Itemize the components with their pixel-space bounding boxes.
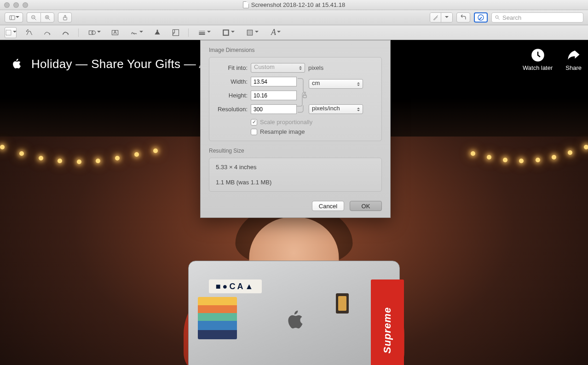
lock-icon[interactable]: [302, 92, 307, 98]
resample-image-checkbox[interactable]: [251, 129, 257, 135]
sign-tool[interactable]: [127, 27, 145, 38]
adjust-color-tool[interactable]: [151, 27, 163, 38]
apple-logo-icon: [10, 57, 22, 72]
supreme-vertical-sticker: Supreme: [371, 279, 404, 365]
watch-later-button[interactable]: Watch later: [523, 48, 553, 71]
svg-point-13: [496, 16, 498, 18]
sketch-tool[interactable]: [41, 27, 53, 38]
share-button[interactable]: [58, 12, 72, 23]
markup-toolbar: A A: [0, 25, 588, 40]
scale-proportionally-checkbox[interactable]: [251, 119, 257, 125]
adjust-size-dialog: Image Dimensions Fit into: Custom pixels…: [200, 40, 391, 218]
height-label: Height:: [209, 92, 251, 99]
image-dimensions-label: Image Dimensions: [209, 47, 382, 53]
preview-window: Screenshot 2018-12-10 at 15.41.18 Search…: [0, 0, 588, 365]
height-input[interactable]: [251, 91, 297, 100]
svg-point-19: [92, 30, 95, 34]
text-style-tool[interactable]: A: [267, 27, 284, 38]
fit-into-unit: pixels: [308, 64, 323, 71]
shapes-tool[interactable]: [85, 27, 103, 38]
zoom-in-button[interactable]: [40, 12, 54, 23]
laptop-apple-logo-icon: [283, 306, 305, 333]
width-label: Width:: [209, 78, 251, 85]
svg-text:A: A: [113, 29, 117, 35]
result-file-size: 1.1 MB (was 1.1 MB): [216, 179, 375, 186]
line-style-tool[interactable]: [195, 27, 213, 38]
window-title: Screenshot 2018-12-10 at 15.41.18: [251, 1, 346, 8]
moca-sticker: ■●CA▲: [209, 279, 262, 293]
window-controls: [4, 2, 28, 8]
search-placeholder: Search: [502, 14, 521, 21]
result-dimensions: 5.33 × 4 inches: [216, 164, 375, 171]
markup-toggle-button[interactable]: [474, 12, 488, 23]
resulting-size-label: Resulting Size: [209, 148, 382, 154]
ok-button[interactable]: OK: [350, 201, 382, 211]
video-share-button[interactable]: Share: [565, 48, 582, 71]
main-toolbar: Search: [0, 10, 588, 25]
svg-rect-32: [303, 95, 306, 98]
scale-proportionally-label: Scale proportionally: [260, 119, 312, 125]
resolution-label: Resolution:: [209, 106, 251, 113]
close-window-button[interactable]: [4, 2, 10, 8]
selection-tool[interactable]: [5, 27, 17, 38]
rainbow-sticker: [198, 297, 237, 339]
border-color-tool[interactable]: [219, 27, 236, 38]
document-icon: [243, 1, 249, 8]
search-field[interactable]: Search: [491, 12, 583, 23]
video-subject: ■●CA▲ Supreme Supreme: [184, 215, 404, 365]
fit-into-label: Fit into:: [209, 64, 251, 71]
svg-rect-29: [223, 30, 228, 35]
draw-tool[interactable]: [60, 27, 72, 38]
fit-into-select[interactable]: Custom: [251, 63, 305, 73]
fill-color-tool[interactable]: [243, 27, 260, 38]
canvas: Holiday — Share Your Gifts — Apple Watch…: [0, 40, 588, 365]
video-overlay-title: Holiday — Share Your Gifts — Apple: [10, 57, 230, 72]
svg-rect-30: [247, 30, 252, 35]
share-arrow-icon: [567, 48, 581, 62]
text-tool[interactable]: A: [109, 27, 121, 38]
clock-icon: [531, 48, 545, 62]
rotate-button[interactable]: [456, 12, 470, 23]
titlebar: Screenshot 2018-12-10 at 15.41.18: [0, 0, 588, 10]
svg-rect-15: [6, 30, 11, 35]
adjust-size-tool[interactable]: [170, 27, 182, 38]
zoom-out-button[interactable]: [27, 12, 40, 23]
svg-point-16: [28, 29, 29, 30]
video-actions: Watch later Share: [523, 48, 582, 71]
cancel-button[interactable]: Cancel: [312, 201, 344, 211]
svg-rect-0: [9, 16, 14, 20]
resolution-unit-select[interactable]: pixels/inch: [309, 104, 363, 114]
svg-line-6: [48, 18, 50, 20]
resolution-input[interactable]: [251, 104, 297, 114]
lantern-sticker: [336, 293, 349, 314]
sidebar-view-button[interactable]: [5, 12, 23, 23]
svg-line-11: [437, 15, 438, 16]
svg-line-14: [498, 18, 500, 20]
width-input[interactable]: [251, 77, 297, 86]
resample-image-label: Resample image: [260, 128, 305, 135]
svg-point-23: [156, 29, 158, 31]
search-icon: [495, 15, 500, 20]
instant-alpha-tool[interactable]: [23, 27, 35, 38]
edit-mode-toggle[interactable]: [430, 12, 453, 23]
svg-point-17: [26, 30, 27, 31]
minimize-window-button[interactable]: [13, 2, 19, 8]
zoom-window-button[interactable]: [23, 2, 28, 8]
svg-line-3: [35, 18, 36, 20]
size-unit-select[interactable]: cm: [309, 79, 363, 89]
